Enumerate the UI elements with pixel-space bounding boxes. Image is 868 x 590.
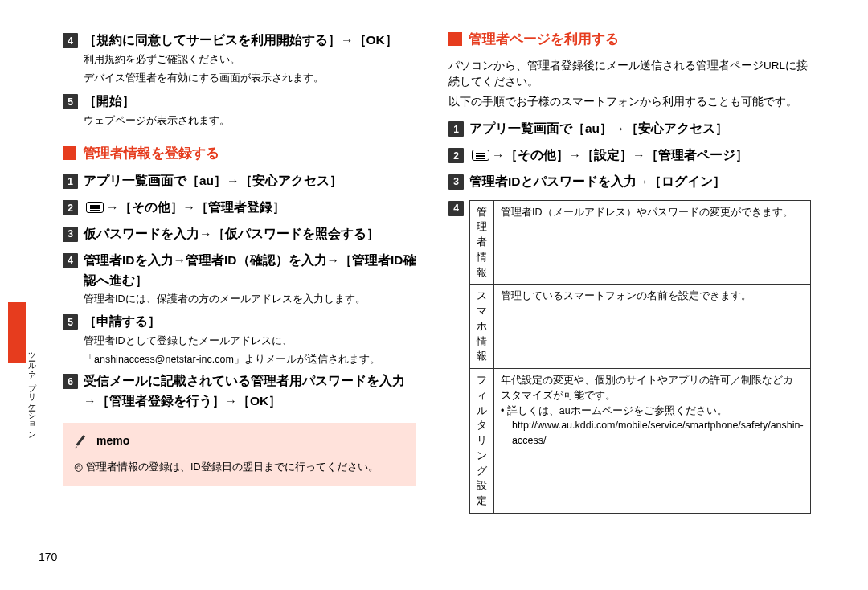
step-text: →［その他］→［管理者登録］ [106, 200, 285, 214]
step: 4 管理者IDを入力→管理者ID（確認）を入力→［管理者ID確認へ進む］ [63, 251, 416, 291]
step: 6 受信メールに記載されている管理者用パスワードを入力→［管理者登録を行う］→［… [63, 371, 416, 412]
step-title: ［申請する］ [84, 312, 161, 332]
side-tab [8, 302, 26, 363]
step: 3 仮パスワードを入力→［仮パスワードを照会する］ [63, 224, 416, 244]
table-row: 管理者情報 管理者ID（メールアドレス）やパスワードの変更ができます。 [470, 200, 811, 285]
step-badge: 4 [63, 33, 78, 48]
cell-desc: 管理者ID（メールアドレス）やパスワードの変更ができます。 [494, 200, 811, 285]
cell-line: 年代設定の変更や、個別のサイトやアプリの許可／制限などカスタマイズが可能です。 [501, 373, 804, 404]
step-title: →［その他］→［管理者登録］ [84, 198, 285, 218]
page-number: 170 [39, 549, 57, 566]
settings-table: 管理者情報 管理者ID（メールアドレス）やパスワードの変更ができます。 スマホ情… [469, 200, 811, 514]
step-note: 「anshinaccess@netstar-inc.com」よりメールが送信され… [84, 352, 416, 367]
sidebar-label: ツール・アプリケーション [27, 347, 38, 436]
step-note: 管理者IDとして登録したメールアドレスに、 [84, 334, 416, 349]
left-column: 4 ［規約に同意してサービスを利用開始する］→［OK］ 利用規約を必ずご確認くだ… [63, 29, 416, 514]
paragraph: 以下の手順でお子様のスマートフォンから利用することも可能です。 [448, 94, 811, 111]
step-title: アプリ一覧画面で［au］→［安心アクセス］ [84, 171, 342, 191]
step-badge: 4 [448, 201, 464, 216]
step-badge: 3 [63, 227, 78, 242]
step-note: デバイス管理者を有効にする画面が表示されます。 [84, 71, 416, 86]
memo-text: 管理者情報の登録は、ID登録日の翌日までに行ってください。 [86, 460, 379, 475]
cell-desc: 管理しているスマートフォンの名前を設定できます。 [494, 285, 811, 369]
step: 5 ［開始］ [63, 92, 416, 112]
step-title: 管理者IDを入力→管理者ID（確認）を入力→［管理者ID確認へ進む］ [84, 251, 416, 291]
section-title: 管理者情報を登録する [83, 143, 219, 164]
step: 1 アプリ一覧画面で［au］→［安心アクセス］ [63, 171, 416, 191]
memo-bullet: ◎ [74, 460, 83, 475]
step: 2 →［その他］→［管理者登録］ [63, 198, 416, 218]
table-row: スマホ情報 管理しているスマートフォンの名前を設定できます。 [470, 285, 811, 369]
step: 1 アプリ一覧画面で［au］→［安心アクセス］ [448, 119, 811, 139]
cell-label: 管理者情報 [470, 200, 494, 285]
step-note: 管理者IDには、保護者の方のメールアドレスを入力します。 [84, 292, 416, 307]
section-heading: 管理者ページを利用する [448, 29, 811, 50]
memo-box: memo ◎ 管理者情報の登録は、ID登録日の翌日までに行ってください。 [63, 423, 416, 486]
step: 5 ［申請する］ [63, 312, 416, 332]
menu-button-icon [86, 202, 104, 213]
step-badge: 5 [63, 314, 78, 330]
memo-head: memo [74, 432, 405, 453]
step-badge: 2 [448, 148, 464, 163]
step-badge: 6 [63, 374, 78, 389]
cell-line: http://www.au.kddi.com/mobile/service/sm… [501, 418, 804, 449]
step-title: ［規約に同意してサービスを利用開始する］→［OK］ [84, 31, 398, 51]
step: 2 →［その他］→［設定］→［管理者ページ］ [448, 145, 811, 166]
table-step: 4 管理者情報 管理者ID（メールアドレス）やパスワードの変更ができます。 スマ… [448, 200, 811, 514]
step-title: アプリ一覧画面で［au］→［安心アクセス］ [469, 119, 728, 139]
step-title: →［その他］→［設定］→［管理者ページ］ [469, 145, 748, 166]
cell-desc: 年代設定の変更や、個別のサイトやアプリの許可／制限などカスタマイズが可能です。 … [494, 369, 811, 514]
step-note: ウェブページが表示されます。 [84, 113, 416, 129]
step-badge: 5 [63, 94, 78, 109]
section-title: 管理者ページを利用する [469, 29, 619, 50]
square-bullet-icon [448, 32, 462, 46]
menu-button-icon [472, 150, 489, 161]
cell-line: • 詳しくは、auホームページをご参照ください。 [501, 404, 804, 419]
memo-label: memo [96, 432, 129, 449]
step-badge: 1 [448, 121, 464, 137]
step-badge: 2 [63, 200, 78, 215]
step-title: 受信メールに記載されている管理者用パスワードを入力→［管理者登録を行う］→［OK… [84, 371, 416, 412]
step: 4 ［規約に同意してサービスを利用開始する］→［OK］ [63, 31, 416, 51]
step-title: 仮パスワードを入力→［仮パスワードを照会する］ [84, 224, 379, 244]
step-title: ［開始］ [84, 92, 135, 112]
step-badge: 3 [448, 174, 464, 190]
cell-label: スマホ情報 [470, 285, 494, 369]
step-note: 利用規約を必ずご確認ください。 [84, 52, 416, 68]
square-bullet-icon [63, 146, 76, 160]
table-row: フィルタリング設定 年代設定の変更や、個別のサイトやアプリの許可／制限などカスタ… [470, 369, 811, 514]
step-badge: 4 [63, 253, 78, 268]
step-badge: 1 [63, 174, 78, 189]
pencil-icon [74, 432, 90, 449]
right-column: 管理者ページを利用する パソコンから、管理者登録後にメール送信される管理者ページ… [448, 29, 811, 514]
step-text: →［その他］→［設定］→［管理者ページ］ [492, 148, 748, 162]
section-heading: 管理者情報を登録する [63, 143, 416, 164]
memo-body: ◎ 管理者情報の登録は、ID登録日の翌日までに行ってください。 [74, 460, 405, 475]
cell-label: フィルタリング設定 [470, 369, 494, 514]
step-title: 管理者IDとパスワードを入力→［ログイン］ [469, 172, 726, 192]
step: 3 管理者IDとパスワードを入力→［ログイン］ [448, 172, 811, 192]
paragraph: パソコンから、管理者登録後にメール送信される管理者ページURLに接続してください… [448, 58, 811, 92]
